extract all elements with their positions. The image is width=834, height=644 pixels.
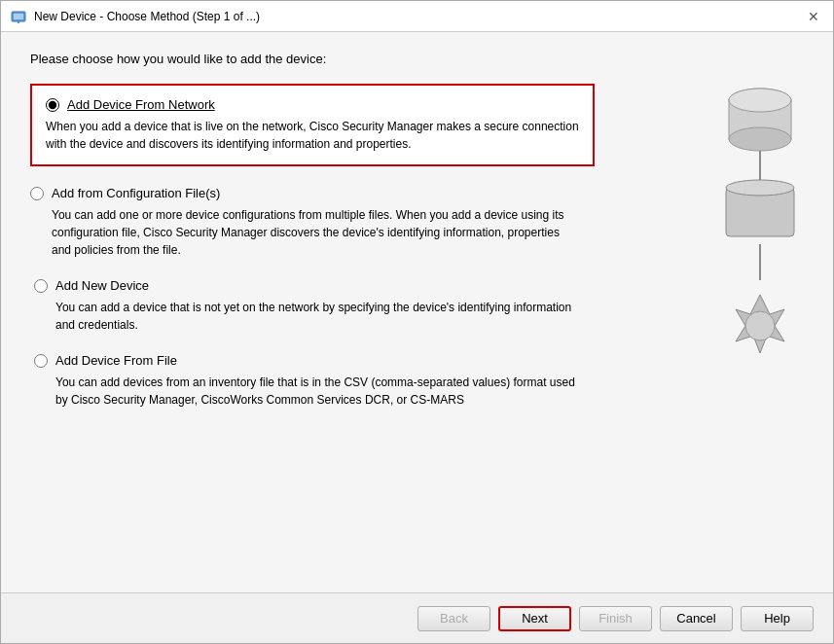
option-new-box: Add New Device You can add a device that… bbox=[30, 278, 595, 334]
option-network-box: Add Device From Network When you add a d… bbox=[30, 84, 595, 166]
option-file-label[interactable]: Add Device From File bbox=[55, 353, 177, 368]
svg-point-9 bbox=[726, 180, 794, 196]
close-button[interactable]: ✕ bbox=[804, 10, 823, 23]
diagram-svg bbox=[707, 71, 814, 402]
option-network-radio[interactable] bbox=[46, 98, 59, 112]
option-network-desc: When you add a device that is live on th… bbox=[46, 118, 579, 153]
svg-point-5 bbox=[729, 127, 791, 151]
option-config-row: Add from Configuration File(s) bbox=[30, 186, 595, 200]
option-network-row: Add Device From Network bbox=[46, 97, 579, 112]
finish-button[interactable]: Finish bbox=[579, 606, 652, 631]
instruction-text: Please choose how you would like to add … bbox=[30, 52, 804, 66]
cancel-button[interactable]: Cancel bbox=[660, 606, 733, 631]
wizard-footer: Back Next Finish Cancel Help bbox=[1, 592, 833, 643]
option-new-desc: You can add a device that is not yet on … bbox=[34, 299, 579, 334]
next-button[interactable]: Next bbox=[498, 606, 571, 631]
svg-rect-1 bbox=[14, 14, 23, 19]
option-file-radio[interactable] bbox=[34, 354, 48, 368]
option-new-radio[interactable] bbox=[34, 279, 48, 293]
device-icon bbox=[11, 9, 26, 24]
wizard-window: New Device - Choose Method (Step 1 of ..… bbox=[0, 0, 834, 644]
option-config-radio[interactable] bbox=[30, 187, 44, 200]
option-file-row: Add Device From File bbox=[34, 353, 595, 368]
back-button[interactable]: Back bbox=[417, 606, 490, 631]
window-title: New Device - Choose Method (Step 1 of ..… bbox=[34, 10, 260, 23]
option-new-row: Add New Device bbox=[34, 278, 595, 293]
option-network-label[interactable]: Add Device From Network bbox=[67, 97, 215, 112]
network-diagram bbox=[707, 71, 814, 405]
option-file-box: Add Device From File You can add devices… bbox=[30, 353, 595, 409]
option-file-desc: You can add devices from an inventory fi… bbox=[34, 374, 579, 409]
wizard-content: Please choose how you would like to add … bbox=[1, 32, 833, 592]
option-config-label[interactable]: Add from Configuration File(s) bbox=[52, 186, 220, 200]
option-config-box: Add from Configuration File(s) You can a… bbox=[30, 186, 595, 259]
titlebar: New Device - Choose Method (Step 1 of ..… bbox=[1, 1, 833, 32]
option-new-label[interactable]: Add New Device bbox=[55, 278, 149, 293]
help-button[interactable]: Help bbox=[741, 606, 814, 631]
option-file-desc-text: You can add devices from an inventory fi… bbox=[55, 376, 575, 407]
titlebar-left: New Device - Choose Method (Step 1 of ..… bbox=[11, 9, 260, 24]
option-config-desc: You can add one or more device configura… bbox=[30, 206, 575, 259]
svg-point-2 bbox=[18, 21, 19, 23]
svg-point-6 bbox=[729, 89, 791, 112]
svg-point-12 bbox=[745, 311, 775, 340]
